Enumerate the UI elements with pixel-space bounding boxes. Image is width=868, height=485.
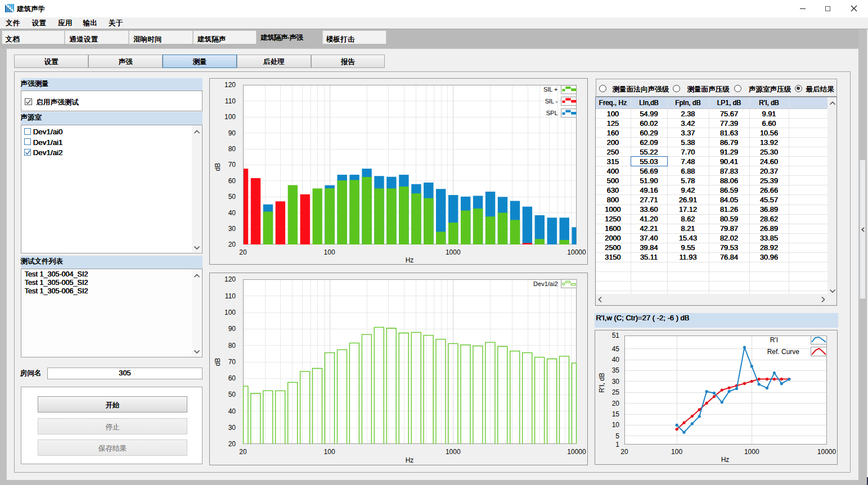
- svg-text:100: 100: [324, 448, 335, 456]
- svg-text:80: 80: [228, 145, 236, 153]
- svg-text:45: 45: [612, 345, 620, 353]
- svg-text:10000: 10000: [567, 448, 586, 456]
- svg-text:1000: 1000: [446, 448, 461, 456]
- svg-text:1000: 1000: [446, 248, 461, 256]
- svg-text:20: 20: [239, 448, 247, 456]
- svg-text:40: 40: [228, 407, 236, 415]
- svg-text:100: 100: [224, 309, 236, 316]
- svg-text:50: 50: [228, 391, 236, 398]
- svg-text:20: 20: [620, 448, 628, 456]
- svg-text:Hz: Hz: [406, 456, 414, 464]
- svg-text:50: 50: [228, 193, 236, 201]
- svg-text:70: 70: [228, 161, 236, 169]
- svg-text:1000: 1000: [744, 448, 759, 456]
- svg-text:51: 51: [612, 332, 620, 339]
- svg-text:90: 90: [228, 129, 236, 137]
- svg-text:40: 40: [612, 356, 620, 364]
- svg-text:30: 30: [612, 378, 620, 386]
- svg-text:60: 60: [228, 177, 236, 185]
- svg-text:40: 40: [228, 209, 236, 217]
- svg-text:5: 5: [615, 432, 619, 440]
- svg-text:60: 60: [228, 374, 236, 382]
- svg-text:R'I: R'I: [770, 336, 778, 344]
- svg-text:15: 15: [612, 410, 620, 418]
- svg-text:120: 120: [224, 81, 236, 89]
- svg-text:35: 35: [612, 366, 620, 374]
- svg-text:dB: dB: [214, 358, 222, 366]
- svg-text:30: 30: [228, 424, 236, 432]
- svg-text:Hz: Hz: [721, 456, 730, 464]
- svg-text:100: 100: [324, 248, 335, 256]
- svg-text:70: 70: [228, 358, 236, 366]
- svg-text:SIL +: SIL +: [543, 86, 558, 93]
- svg-text:120: 120: [224, 275, 236, 283]
- svg-text:90: 90: [228, 325, 236, 333]
- svg-text:dB: dB: [214, 163, 222, 171]
- svg-text:100: 100: [671, 448, 682, 456]
- svg-text:25: 25: [612, 388, 620, 396]
- svg-text:Hz: Hz: [406, 256, 414, 264]
- svg-text:110: 110: [225, 292, 236, 300]
- svg-text:Ref. Curve: Ref. Curve: [767, 348, 800, 356]
- svg-text:20: 20: [612, 400, 620, 407]
- svg-text:Dev1/ai2: Dev1/ai2: [533, 280, 557, 287]
- svg-text:10: 10: [612, 421, 620, 429]
- svg-text:100: 100: [224, 113, 236, 121]
- svg-text:10000: 10000: [817, 448, 836, 456]
- svg-text:20: 20: [228, 241, 236, 248]
- svg-text:20: 20: [239, 248, 247, 256]
- svg-text:30: 30: [228, 225, 236, 233]
- svg-text:80: 80: [228, 342, 236, 350]
- svg-text:R'I, dB: R'I, dB: [598, 373, 606, 393]
- svg-text:1: 1: [615, 441, 619, 448]
- svg-text:110: 110: [225, 97, 236, 105]
- svg-text:20: 20: [228, 440, 236, 448]
